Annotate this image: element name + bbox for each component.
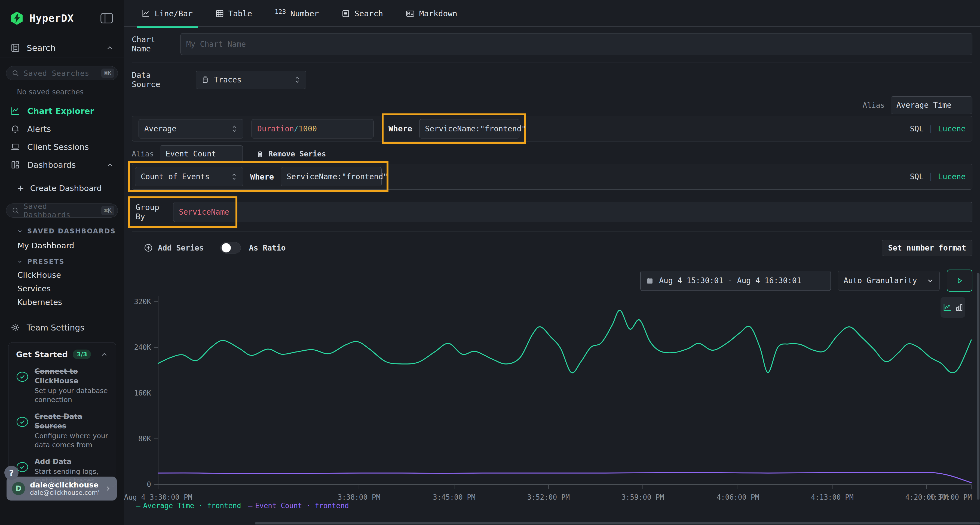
chevron-right-icon xyxy=(104,485,111,492)
checklist-item-desc: Set up your database connection xyxy=(35,386,108,404)
vertical-scrollbar[interactable] xyxy=(977,273,980,500)
as-ratio-toggle[interactable] xyxy=(220,242,241,254)
group-by-value: ServiceName xyxy=(179,208,229,217)
checklist-item-desc: Configure where your data comes from xyxy=(35,431,108,449)
document-list-icon xyxy=(341,9,350,18)
field-token: Duration xyxy=(257,124,294,133)
chart-area: 320K240K160K80K0Aug 4 3:30:00 PM3:38:00 … xyxy=(132,292,972,510)
legend-dash-icon: — xyxy=(248,501,253,510)
legend-item-event-count[interactable]: — Event Count · frontend xyxy=(248,501,349,510)
sidebar-item-team-settings[interactable]: Team Settings xyxy=(0,322,124,333)
x-tick-label: 3:45:00 PM xyxy=(433,493,476,501)
series1-sql-toggle[interactable]: SQL xyxy=(910,124,924,133)
series2-alias-value: Event Count xyxy=(165,149,216,158)
logo-row: HyperDX xyxy=(0,0,124,26)
sidebar-item-my-dashboard[interactable]: My Dashboard xyxy=(0,241,124,250)
series2-aggregation-select[interactable]: Count of Events xyxy=(135,167,243,186)
series1-aggregation-value: Average xyxy=(144,124,177,133)
divisor-token: 1000 xyxy=(299,124,317,133)
sidebar-item-clickhouse[interactable]: ClickHouse xyxy=(0,270,124,279)
sidebar-section-search[interactable]: Search xyxy=(0,42,124,54)
y-tick-label: 160K xyxy=(134,389,151,397)
sidebar-item-dashboards[interactable]: Dashboards xyxy=(0,156,124,174)
user-email: dale@clickhouse.com xyxy=(30,481,99,489)
series2-sql-toggle[interactable]: SQL xyxy=(910,172,924,181)
tab-number[interactable]: 123 Number xyxy=(270,0,324,27)
granularity-select[interactable]: Auto Granularity xyxy=(838,271,940,291)
data-source-label: Data Source xyxy=(132,70,176,89)
chevron-up-icon[interactable] xyxy=(100,351,108,358)
checklist-item-connect[interactable]: Connect to ClickHouse Set up your databa… xyxy=(16,367,108,404)
series-divider-rule xyxy=(132,105,856,105)
series2-where-input[interactable]: ServiceName:"frontend" xyxy=(281,167,382,186)
line-chart-icon[interactable] xyxy=(943,303,952,312)
sidebar-item-kubernetes[interactable]: Kubernetes xyxy=(0,298,124,306)
series1-alias-input[interactable]: Average Time xyxy=(891,96,972,114)
group-by-row: Group By ServiceName xyxy=(132,200,972,224)
saved-dashboards-input[interactable]: Saved Dashboards ⌘K xyxy=(6,203,118,217)
tab-markdown[interactable]: Markdown xyxy=(401,0,462,27)
sidebar-divider xyxy=(0,177,124,178)
group-by-input[interactable]: ServiceName xyxy=(173,202,972,222)
legend-item-average-time[interactable]: — Average Time · frontend xyxy=(136,501,241,510)
presets-section-label: PRESETS xyxy=(27,258,65,265)
check-circle-icon xyxy=(16,416,29,428)
y-tick-label: 0 xyxy=(147,481,151,489)
series1-aggregation-select[interactable]: Average xyxy=(138,119,243,138)
help-button[interactable]: ? xyxy=(4,466,19,480)
x-tick-label: 3:59:00 PM xyxy=(622,493,664,501)
remove-series-button[interactable]: Remove Series xyxy=(256,150,326,158)
tab-search[interactable]: Search xyxy=(336,0,388,27)
data-source-select[interactable]: Traces xyxy=(196,71,306,89)
search-icon xyxy=(12,69,19,77)
database-jar-icon xyxy=(202,76,209,84)
presets-section-toggle[interactable]: PRESETS xyxy=(0,258,124,265)
create-dashboard-label: Create Dashboard xyxy=(30,184,102,193)
series2-alias-input[interactable]: Event Count xyxy=(160,145,243,162)
sidebar-item-alerts[interactable]: Alerts xyxy=(0,120,124,138)
saved-dashboards-section-label: SAVED DASHBOARDS xyxy=(27,227,116,235)
sidebar-item-client-sessions[interactable]: Client Sessions xyxy=(0,138,124,156)
line-chart-icon xyxy=(10,106,20,116)
tab-table[interactable]: Table xyxy=(210,0,257,27)
granularity-value: Auto Granularity xyxy=(844,276,917,285)
collapse-sidebar-icon[interactable] xyxy=(100,13,113,24)
set-number-format-button[interactable]: Set number format xyxy=(882,240,972,256)
x-tick-label: 4:30:00 PM xyxy=(929,493,972,501)
horizontal-scrollbar[interactable] xyxy=(255,522,980,525)
calendar-icon xyxy=(646,277,654,284)
trash-icon xyxy=(256,150,264,158)
series1-lucene-toggle[interactable]: Lucene xyxy=(938,124,966,133)
user-account-card[interactable]: D dale@clickhouse.com dale@clickhouse.co… xyxy=(6,477,117,501)
saved-searches-input[interactable]: Saved Searches ⌘K xyxy=(6,66,118,80)
app-title: HyperDX xyxy=(29,13,100,24)
date-range-input[interactable]: Aug 4 15:30:01 - Aug 4 16:30:01 xyxy=(640,271,831,291)
sidebar-item-chart-explorer[interactable]: Chart Explorer xyxy=(0,102,124,120)
series2-lucene-toggle[interactable]: Lucene xyxy=(938,172,966,181)
bar-chart-icon[interactable] xyxy=(955,303,963,311)
chart-svg[interactable]: 320K240K160K80K0Aug 4 3:30:00 PM3:38:00 … xyxy=(132,292,972,510)
run-query-button[interactable] xyxy=(947,270,972,292)
saved-dashboards-section-toggle[interactable]: SAVED DASHBOARDS xyxy=(0,227,124,235)
operator-token: / xyxy=(294,124,299,133)
create-dashboard-button[interactable]: + Create Dashboard xyxy=(0,179,124,197)
chart-name-input[interactable]: My Chart Name xyxy=(180,33,972,55)
chart-legend: — Average Time · frontend — Event Count … xyxy=(136,501,349,510)
tab-line-bar[interactable]: Line/Bar xyxy=(137,0,197,27)
search-notebook-icon xyxy=(10,43,20,53)
series1-field-input[interactable]: Duration/1000 xyxy=(251,119,374,138)
series1-alias-value: Average Time xyxy=(896,101,951,109)
get-started-progress-badge: 3/3 xyxy=(73,349,91,359)
command-k-shortcut: ⌘K xyxy=(101,68,115,78)
app-root: HyperDX Search Saved Searches ⌘K No save… xyxy=(0,0,980,525)
checklist-item-data-sources[interactable]: Create Data Sources Configure where your… xyxy=(16,412,108,449)
sidebar-item-services[interactable]: Services xyxy=(0,284,124,293)
chart-name-label: Chart Name xyxy=(132,35,176,53)
plus-circle-icon xyxy=(144,243,153,252)
add-series-button[interactable]: Add Series xyxy=(144,243,204,252)
sidebar-item-label: Client Sessions xyxy=(27,142,113,152)
series1-where-input[interactable]: ServiceName:"frontend" xyxy=(419,119,519,138)
sidebar-item-label: Dashboards xyxy=(27,160,99,170)
series-line-1 xyxy=(158,473,971,483)
chart-name-placeholder: My Chart Name xyxy=(186,40,246,49)
